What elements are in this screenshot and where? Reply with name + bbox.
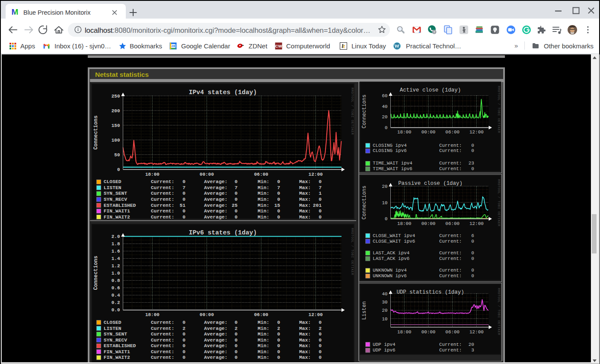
svg-text:Min:: Min: xyxy=(258,191,269,196)
svg-text:Average:: Average: xyxy=(204,203,227,208)
svg-text:0: 0 xyxy=(182,332,185,337)
svg-text:Max:: Max: xyxy=(299,185,311,190)
svg-text:Current:: Current: xyxy=(439,348,462,353)
svg-text:250: 250 xyxy=(112,94,120,99)
svg-text:RRDTOOL / TOBI OETIKER: RRDTOOL / TOBI OETIKER xyxy=(497,86,501,133)
svg-text:Current:: Current: xyxy=(151,349,174,355)
svg-text:Listen: Listen xyxy=(361,301,367,320)
svg-text:Max:: Max: xyxy=(299,326,311,331)
svg-text:Max:: Max: xyxy=(299,320,311,325)
svg-text:Average:: Average: xyxy=(204,355,227,360)
svg-text:Average:: Average: xyxy=(204,332,227,337)
svg-text:0: 0 xyxy=(182,179,185,184)
svg-text:0: 0 xyxy=(319,179,322,184)
svg-text:00:00: 00:00 xyxy=(200,172,214,177)
svg-text:Max:: Max: xyxy=(299,338,311,343)
svg-text:Current:: Current: xyxy=(151,209,174,214)
svg-text:CLOSING ipv4: CLOSING ipv4 xyxy=(373,143,406,148)
svg-text:18:00: 18:00 xyxy=(145,312,160,317)
svg-text:20: 20 xyxy=(469,342,474,347)
svg-text:CLOSE_WAIT ipv4: CLOSE_WAIT ipv4 xyxy=(373,233,415,238)
svg-text:ESTABLISHED: ESTABLISHED xyxy=(104,203,136,208)
svg-text:7: 7 xyxy=(277,185,280,190)
svg-text:20: 20 xyxy=(382,184,387,189)
svg-text:1.6: 1.6 xyxy=(112,249,120,254)
svg-text:Current:: Current: xyxy=(151,191,174,196)
svg-text:25: 25 xyxy=(232,203,238,208)
svg-text:0: 0 xyxy=(319,332,322,337)
svg-text:LAST_ACK ipv4: LAST_ACK ipv4 xyxy=(373,250,409,256)
svg-text:0.0: 0.0 xyxy=(112,307,120,313)
svg-text:0: 0 xyxy=(182,343,185,348)
svg-text:0: 0 xyxy=(319,320,322,325)
svg-text:IPv6 states (1day): IPv6 states (1day) xyxy=(189,229,257,236)
svg-text:Current:: Current: xyxy=(439,161,462,166)
svg-text:0: 0 xyxy=(277,320,280,325)
svg-text:15: 15 xyxy=(274,203,280,208)
svg-text:0: 0 xyxy=(235,355,238,360)
svg-text:0: 0 xyxy=(277,191,280,196)
svg-text:0: 0 xyxy=(277,209,280,214)
svg-text:Current:: Current: xyxy=(151,179,174,184)
svg-text:0: 0 xyxy=(471,143,474,148)
svg-text:Average:: Average: xyxy=(204,191,227,196)
svg-text:Average:: Average: xyxy=(204,326,227,331)
svg-text:CW: CW xyxy=(275,44,282,48)
svg-text:Average:: Average: xyxy=(204,343,227,348)
svg-text:Max:: Max: xyxy=(299,209,311,214)
svg-text:Max:: Max: xyxy=(299,349,311,355)
svg-text:Max:: Max: xyxy=(299,203,311,208)
svg-text:0: 0 xyxy=(235,197,238,202)
svg-text:0: 0 xyxy=(235,179,238,184)
svg-text:Min:: Min: xyxy=(258,185,269,190)
svg-text:Min:: Min: xyxy=(258,332,269,337)
svg-text:0: 0 xyxy=(471,250,474,256)
svg-text:UDP statistics (1day): UDP statistics (1day) xyxy=(396,289,464,295)
svg-text:1.2: 1.2 xyxy=(112,263,120,269)
svg-text:0: 0 xyxy=(235,320,238,325)
svg-text:00:00: 00:00 xyxy=(421,329,436,335)
svg-text:Max:: Max: xyxy=(299,215,311,219)
svg-text:7: 7 xyxy=(235,185,238,190)
svg-text:0.6: 0.6 xyxy=(112,285,120,291)
svg-text:0: 0 xyxy=(277,197,280,202)
svg-text:0: 0 xyxy=(182,215,185,219)
svg-text:Current:: Current: xyxy=(439,256,462,261)
svg-text:18:00: 18:00 xyxy=(397,221,412,226)
svg-text:18:00: 18:00 xyxy=(145,172,160,177)
svg-text:Min:: Min: xyxy=(258,320,269,325)
svg-text:FIN_WAIT1: FIN_WAIT1 xyxy=(104,349,130,355)
svg-text:M: M xyxy=(12,8,19,16)
svg-text:Active close (1day): Active close (1day) xyxy=(400,87,461,93)
svg-text:7: 7 xyxy=(182,185,185,190)
svg-text:00:00: 00:00 xyxy=(421,130,436,135)
svg-text:0: 0 xyxy=(385,216,388,222)
svg-text:2: 2 xyxy=(277,326,280,331)
svg-text:UNKNOWN ipv6: UNKNOWN ipv6 xyxy=(373,273,406,279)
svg-text:Max:: Max: xyxy=(299,355,311,360)
svg-text:Max:: Max: xyxy=(299,197,311,202)
svg-text:0: 0 xyxy=(235,343,238,348)
svg-text:201: 201 xyxy=(313,203,322,208)
svg-text:0: 0 xyxy=(182,349,185,355)
svg-text:Current:: Current: xyxy=(151,332,174,337)
svg-text:12:00: 12:00 xyxy=(469,221,484,226)
svg-text:Min:: Min: xyxy=(258,349,269,355)
svg-text:0: 0 xyxy=(235,349,238,355)
svg-text:?: ? xyxy=(433,30,435,34)
svg-text:Max:: Max: xyxy=(299,191,311,196)
svg-text:23: 23 xyxy=(469,161,474,166)
svg-text:50: 50 xyxy=(114,152,120,158)
svg-text:1.0: 1.0 xyxy=(112,271,120,276)
svg-text:0: 0 xyxy=(277,179,280,184)
svg-text:6: 6 xyxy=(471,233,474,238)
svg-text:0: 0 xyxy=(319,355,322,360)
svg-text:RRDTOOL / TOBI OETIKER: RRDTOOL / TOBI OETIKER xyxy=(351,88,354,135)
svg-text:2.0: 2.0 xyxy=(112,234,120,239)
svg-text:0: 0 xyxy=(235,332,238,337)
svg-text:UDP ipv4: UDP ipv4 xyxy=(373,342,395,347)
svg-text:06:00: 06:00 xyxy=(445,221,460,226)
svg-text:Current:: Current: xyxy=(439,273,462,279)
svg-text:RRDTOOL / TOBI OETIKER: RRDTOOL / TOBI OETIKER xyxy=(497,179,501,227)
svg-text:2: 2 xyxy=(319,326,322,331)
